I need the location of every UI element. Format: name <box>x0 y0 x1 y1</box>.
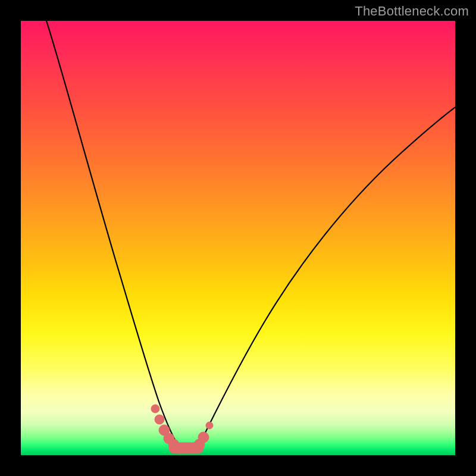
svg-point-6 <box>198 432 209 443</box>
bottleneck-curve <box>46 21 455 449</box>
curve-layer <box>21 21 455 455</box>
svg-point-1 <box>155 415 164 424</box>
highlight-markers <box>151 405 213 450</box>
plot-area <box>21 21 455 455</box>
chart-frame: TheBottleneck.com <box>0 0 476 476</box>
svg-point-7 <box>206 422 213 429</box>
svg-point-0 <box>151 405 159 413</box>
watermark-label: TheBottleneck.com <box>355 4 469 19</box>
